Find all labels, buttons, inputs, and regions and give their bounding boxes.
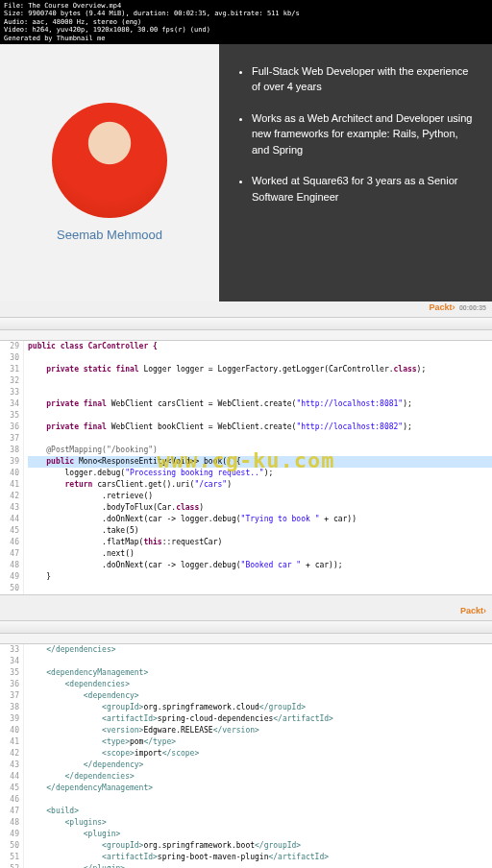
bio-item: Full-Stack Web Developer with the experi… <box>252 63 475 95</box>
meta-line: Generated by Thumbnail me <box>4 35 488 42</box>
timestamp: 00:00:35 <box>459 304 486 311</box>
packt-footer: Packt› 00:00:35 <box>0 301 492 317</box>
bio-item: Works as a Web Architect and Developer u… <box>252 110 475 158</box>
line-gutter: 29 30 31 32 33 34 35 36 37 38 39 40 41 4… <box>0 341 24 594</box>
meta-line: Video: h264, yuv420p, 1920x1080, 30.00 f… <box>4 26 488 34</box>
ide-panel-xml: 33 34 35 36 37 38 39 40 41 42 43 44 45 4… <box>0 620 492 868</box>
ide-tabs[interactable] <box>0 634 492 644</box>
video-metadata: File: The Course Overview.mp4 Size: 9900… <box>0 0 492 44</box>
meta-line: Size: 9900740 bytes (9.44 MiB), duration… <box>4 10 488 17</box>
line-gutter: 33 34 35 36 37 38 39 40 41 42 43 44 45 4… <box>0 644 24 868</box>
code-area[interactable]: public class CarController { private sta… <box>24 341 492 594</box>
bio-item: Worked at Square63 for 3 years as a Seni… <box>252 173 475 205</box>
meta-line: File: The Course Overview.mp4 <box>4 2 488 10</box>
presenter-avatar <box>52 103 167 218</box>
ide-statusbar <box>0 594 492 605</box>
presenter-name: Seemab Mehmood <box>57 228 162 242</box>
packt-logo: Packt› <box>429 302 455 312</box>
slide-right: Full-Stack Web Developer with the experi… <box>219 44 492 301</box>
presenter-slide: Seemab Mehmood Full-Stack Web Developer … <box>0 44 492 301</box>
ide-tabs[interactable] <box>0 330 492 341</box>
ide-toolbar[interactable] <box>0 318 492 330</box>
packt-logo: Packt› <box>460 606 486 615</box>
slide-left: Seemab Mehmood <box>0 44 219 301</box>
meta-line: Audio: aac, 48000 Hz, stereo (eng) <box>4 18 488 26</box>
bio-list: Full-Stack Web Developer with the experi… <box>236 63 475 205</box>
packt-footer: Packt› <box>0 605 492 620</box>
ide-toolbar[interactable] <box>0 621 492 634</box>
code-area[interactable]: </dependencies> <dependencyManagement> <… <box>24 644 492 868</box>
ide-panel-java: www.cg-ku.com 29 30 31 32 33 34 35 36 37… <box>0 317 492 605</box>
